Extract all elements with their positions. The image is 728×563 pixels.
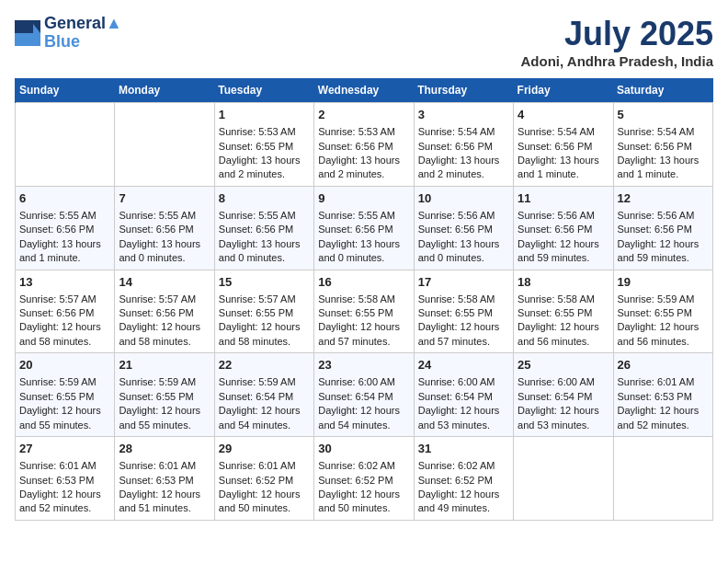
day-info: Sunrise: 6:01 AM bbox=[119, 459, 210, 473]
day-info: Daylight: 13 hours and 1 minute. bbox=[19, 237, 110, 266]
day-number: 20 bbox=[19, 357, 110, 373]
calendar-cell: 10Sunrise: 5:56 AMSunset: 6:56 PMDayligh… bbox=[414, 186, 513, 270]
day-info: Sunset: 6:52 PM bbox=[418, 474, 509, 488]
calendar-table: SundayMondayTuesdayWednesdayThursdayFrid… bbox=[15, 78, 713, 521]
week-row-3: 13Sunrise: 5:57 AMSunset: 6:56 PMDayligh… bbox=[16, 270, 713, 353]
calendar-cell: 7Sunrise: 5:55 AMSunset: 6:56 PMDaylight… bbox=[115, 186, 214, 270]
day-info: Sunrise: 5:57 AM bbox=[119, 293, 210, 306]
week-row-2: 6Sunrise: 5:55 AMSunset: 6:56 PMDaylight… bbox=[16, 186, 713, 270]
calendar-cell bbox=[514, 437, 613, 521]
calendar-cell: 18Sunrise: 5:58 AMSunset: 6:55 PMDayligh… bbox=[514, 270, 613, 353]
col-header-friday: Friday bbox=[514, 78, 613, 103]
calendar-cell: 15Sunrise: 5:57 AMSunset: 6:55 PMDayligh… bbox=[214, 270, 313, 353]
calendar-cell: 27Sunrise: 6:01 AMSunset: 6:53 PMDayligh… bbox=[16, 437, 115, 521]
day-info: Sunrise: 5:59 AM bbox=[119, 375, 210, 389]
day-info: Sunrise: 5:56 AM bbox=[618, 209, 709, 223]
day-info: Daylight: 12 hours and 54 minutes. bbox=[318, 404, 409, 432]
day-info: Sunset: 6:53 PM bbox=[618, 390, 709, 404]
day-info: Sunset: 6:56 PM bbox=[518, 140, 609, 154]
day-number: 29 bbox=[219, 441, 310, 457]
day-info: Daylight: 12 hours and 50 minutes. bbox=[318, 488, 409, 516]
col-header-saturday: Saturday bbox=[613, 78, 712, 103]
day-info: Daylight: 13 hours and 1 minute. bbox=[518, 154, 609, 182]
calendar-cell: 21Sunrise: 5:59 AMSunset: 6:55 PMDayligh… bbox=[115, 353, 214, 437]
month-year-title: July 2025 bbox=[521, 15, 713, 53]
calendar-cell: 3Sunrise: 5:54 AMSunset: 6:56 PMDaylight… bbox=[414, 103, 513, 187]
day-number: 4 bbox=[518, 107, 609, 123]
col-header-monday: Monday bbox=[115, 78, 214, 103]
day-number: 3 bbox=[418, 107, 509, 123]
calendar-cell: 12Sunrise: 5:56 AMSunset: 6:56 PMDayligh… bbox=[613, 186, 712, 270]
day-info: Sunset: 6:56 PM bbox=[318, 223, 409, 236]
calendar-cell: 22Sunrise: 5:59 AMSunset: 6:54 PMDayligh… bbox=[214, 353, 313, 437]
day-number: 5 bbox=[618, 107, 709, 123]
day-info: Daylight: 13 hours and 0 minutes. bbox=[119, 237, 210, 266]
day-info: Daylight: 13 hours and 0 minutes. bbox=[219, 237, 310, 266]
week-row-4: 20Sunrise: 5:59 AMSunset: 6:55 PMDayligh… bbox=[16, 353, 713, 437]
day-info: Sunset: 6:56 PM bbox=[19, 223, 110, 236]
day-number: 30 bbox=[318, 441, 409, 457]
calendar-cell: 25Sunrise: 6:00 AMSunset: 6:54 PMDayligh… bbox=[514, 353, 613, 437]
logo: General▲ Blue bbox=[15, 15, 122, 52]
calendar-cell: 28Sunrise: 6:01 AMSunset: 6:53 PMDayligh… bbox=[115, 437, 214, 521]
calendar-cell: 16Sunrise: 5:58 AMSunset: 6:55 PMDayligh… bbox=[314, 270, 414, 353]
day-info: Sunrise: 5:55 AM bbox=[19, 209, 110, 223]
calendar-cell: 2Sunrise: 5:53 AMSunset: 6:56 PMDaylight… bbox=[314, 103, 414, 187]
day-info: Sunrise: 5:59 AM bbox=[618, 293, 709, 306]
day-info: Daylight: 12 hours and 51 minutes. bbox=[119, 488, 210, 516]
day-number: 6 bbox=[19, 190, 110, 207]
day-number: 8 bbox=[219, 190, 310, 207]
day-info: Sunrise: 5:57 AM bbox=[219, 293, 310, 306]
day-info: Daylight: 12 hours and 56 minutes. bbox=[518, 320, 609, 349]
calendar-cell: 6Sunrise: 5:55 AMSunset: 6:56 PMDaylight… bbox=[16, 186, 115, 270]
calendar-cell: 8Sunrise: 5:55 AMSunset: 6:56 PMDaylight… bbox=[214, 186, 313, 270]
day-info: Sunset: 6:55 PM bbox=[418, 306, 509, 320]
day-info: Sunset: 6:55 PM bbox=[618, 306, 709, 320]
day-number: 13 bbox=[19, 274, 110, 291]
day-number: 25 bbox=[518, 357, 609, 373]
location-subtitle: Adoni, Andhra Pradesh, India bbox=[521, 53, 713, 69]
day-info: Daylight: 12 hours and 58 minutes. bbox=[19, 320, 110, 349]
logo-text: General▲ Blue bbox=[44, 15, 122, 52]
day-info: Sunset: 6:55 PM bbox=[219, 306, 310, 320]
day-info: Daylight: 13 hours and 2 minutes. bbox=[219, 154, 310, 182]
day-info: Daylight: 12 hours and 59 minutes. bbox=[618, 237, 709, 266]
day-info: Sunrise: 6:00 AM bbox=[418, 375, 509, 389]
day-info: Sunrise: 5:56 AM bbox=[418, 209, 509, 223]
day-info: Daylight: 13 hours and 0 minutes. bbox=[318, 237, 409, 266]
day-number: 11 bbox=[518, 190, 609, 207]
calendar-cell: 4Sunrise: 5:54 AMSunset: 6:56 PMDaylight… bbox=[514, 103, 613, 187]
calendar-cell: 31Sunrise: 6:02 AMSunset: 6:52 PMDayligh… bbox=[414, 437, 513, 521]
day-info: Daylight: 12 hours and 57 minutes. bbox=[318, 320, 409, 349]
day-info: Sunset: 6:56 PM bbox=[119, 223, 210, 236]
day-info: Sunrise: 6:01 AM bbox=[19, 459, 110, 473]
week-row-5: 27Sunrise: 6:01 AMSunset: 6:53 PMDayligh… bbox=[16, 437, 713, 521]
day-number: 15 bbox=[219, 274, 310, 291]
day-info: Daylight: 12 hours and 50 minutes. bbox=[219, 488, 310, 516]
day-info: Sunset: 6:55 PM bbox=[219, 140, 310, 154]
day-info: Sunrise: 5:59 AM bbox=[219, 375, 310, 389]
day-info: Sunrise: 6:02 AM bbox=[318, 459, 409, 473]
day-number: 22 bbox=[219, 357, 310, 373]
day-info: Sunrise: 6:00 AM bbox=[318, 375, 409, 389]
calendar-cell: 11Sunrise: 5:56 AMSunset: 6:56 PMDayligh… bbox=[514, 186, 613, 270]
col-header-tuesday: Tuesday bbox=[214, 78, 313, 103]
day-info: Sunset: 6:56 PM bbox=[618, 140, 709, 154]
calendar-cell bbox=[16, 103, 115, 187]
day-info: Sunrise: 5:54 AM bbox=[518, 125, 609, 139]
day-number: 18 bbox=[518, 274, 609, 291]
calendar-cell bbox=[115, 103, 214, 187]
day-info: Sunset: 6:54 PM bbox=[418, 390, 509, 404]
day-number: 31 bbox=[418, 441, 509, 457]
day-info: Sunset: 6:55 PM bbox=[19, 390, 110, 404]
day-number: 27 bbox=[19, 441, 110, 457]
day-info: Sunrise: 5:55 AM bbox=[318, 209, 409, 223]
day-info: Sunrise: 5:59 AM bbox=[19, 375, 110, 389]
day-info: Sunrise: 6:01 AM bbox=[618, 375, 709, 389]
day-info: Daylight: 13 hours and 1 minute. bbox=[618, 154, 709, 182]
day-info: Sunrise: 5:55 AM bbox=[119, 209, 210, 223]
day-info: Sunset: 6:56 PM bbox=[518, 223, 609, 236]
day-number: 14 bbox=[119, 274, 210, 291]
col-header-sunday: Sunday bbox=[16, 78, 115, 103]
day-info: Sunset: 6:56 PM bbox=[618, 223, 709, 236]
